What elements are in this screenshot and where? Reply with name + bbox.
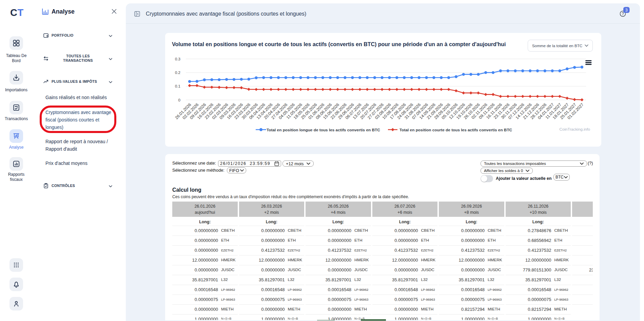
svg-text:3: 3 <box>625 8 628 13</box>
svg-text:?: ? <box>622 12 624 16</box>
svg-text:0.3: 0.3 <box>175 57 180 61</box>
svg-text:0.2: 0.2 <box>175 71 180 75</box>
svg-text:Total en position longue de to: Total en position longue de tous les act… <box>267 128 380 132</box>
svg-text:0: 0 <box>178 98 180 102</box>
svg-text:0.1: 0.1 <box>175 84 180 88</box>
svg-text:Total en position courte de to: Total en position courte de tous les act… <box>399 128 512 132</box>
